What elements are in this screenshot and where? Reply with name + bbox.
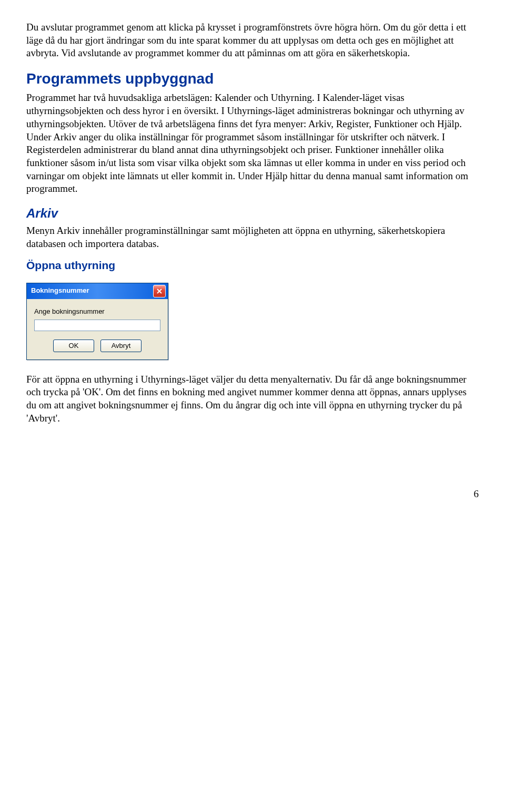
ok-button[interactable]: OK [53, 340, 94, 352]
close-icon[interactable] [153, 285, 166, 297]
x-icon [157, 289, 162, 294]
dialog-button-row: OK Avbryt [34, 340, 160, 352]
arkiv-paragraph: Menyn Arkiv innehåller programinställnin… [26, 224, 479, 250]
booking-number-dialog: Bokningsnummer Ange bokningsnummer OK Av… [26, 283, 168, 360]
heading-oppna-uthyrning: Öppna uthyrning [26, 258, 479, 272]
booking-number-label: Ange bokningsnummer [34, 307, 160, 316]
dialog-title: Bokningsnummer [31, 286, 89, 295]
after-dialog-paragraph: För att öppna en uthyrning i Uthyrnings-… [26, 373, 479, 425]
booking-number-input[interactable] [34, 320, 160, 331]
intro-paragraph: Du avslutar programmet genom att klicka … [26, 21, 479, 60]
page-number: 6 [26, 488, 479, 501]
heading-arkiv: Arkiv [26, 205, 479, 221]
heading-programmets-uppbyggnad: Programmets uppbyggnad [26, 69, 479, 88]
dialog-body: Ange bokningsnummer OK Avbryt [27, 299, 168, 359]
cancel-button[interactable]: Avbryt [100, 340, 142, 352]
programmets-paragraph: Programmet har två huvudsakliga arbetslä… [26, 91, 479, 196]
dialog-titlebar: Bokningsnummer [27, 283, 168, 299]
